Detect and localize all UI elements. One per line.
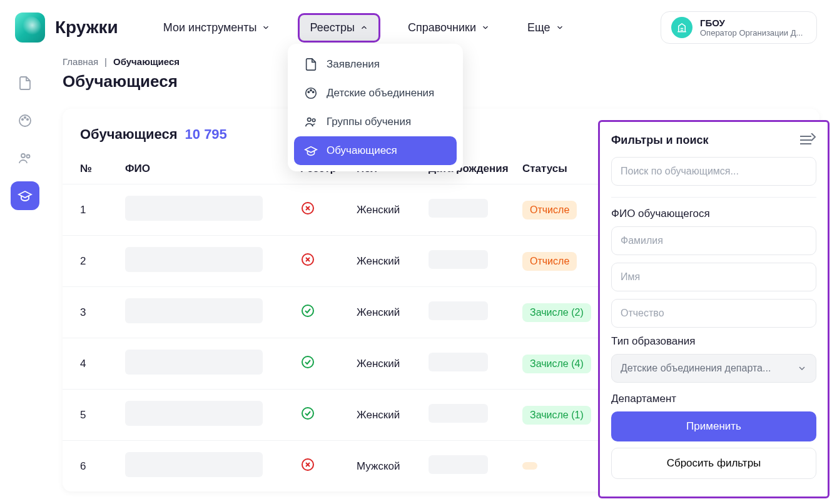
dropdown-applications-label: Заявления — [327, 58, 380, 71]
chevron-down-icon — [261, 23, 270, 32]
nav-registries-label: Реестры — [310, 21, 354, 34]
breadcrumb-home[interactable]: Главная — [63, 56, 98, 67]
check-circle-icon — [300, 303, 315, 318]
sidebar-students[interactable] — [11, 181, 39, 210]
name-input[interactable] — [611, 263, 816, 291]
cell-gender: Мужской — [350, 441, 422, 492]
cell-dob — [422, 338, 516, 390]
cell-fio — [119, 441, 294, 492]
app-logo — [15, 13, 45, 43]
dropdown-groups-label: Группы обучения — [327, 116, 411, 128]
dropdown-clubs[interactable]: Детские объединения — [294, 79, 457, 108]
cell-registry — [294, 184, 350, 236]
chevron-down-icon — [481, 23, 490, 32]
cell-registry — [294, 441, 350, 492]
users-icon — [18, 151, 33, 166]
nav-more[interactable]: Еще — [517, 15, 574, 41]
cell-num: 5 — [63, 390, 119, 441]
palette-icon — [18, 113, 33, 128]
surname-input[interactable] — [611, 226, 816, 255]
svg-point-2 — [310, 89, 312, 91]
document-icon — [304, 58, 318, 71]
x-circle-icon — [300, 201, 315, 216]
graduation-icon — [18, 188, 33, 203]
cell-dob — [422, 236, 516, 287]
cell-num: 4 — [63, 338, 119, 390]
dropdown-groups[interactable]: Группы обучения — [294, 108, 457, 136]
chevron-up-icon — [360, 23, 368, 32]
cell-registry — [294, 236, 350, 287]
svg-point-3 — [313, 91, 314, 93]
cell-num: 3 — [63, 287, 119, 338]
user-text: ГБОУ Оператор Организации Д... — [700, 18, 803, 38]
building-icon — [671, 17, 692, 38]
cell-gender: Женский — [350, 287, 422, 338]
main-nav: Мои инструменты Реестры Справочники Еще — [153, 13, 574, 43]
reset-button[interactable]: Сбросить фильтры — [611, 448, 816, 479]
cell-dob — [422, 184, 516, 236]
cell-gender: Женский — [350, 338, 422, 390]
svg-point-10 — [21, 154, 25, 158]
cell-num: 2 — [63, 236, 119, 287]
nav-directories[interactable]: Справочники — [398, 15, 500, 41]
edu-type-label: Тип образования — [611, 335, 816, 348]
cell-registry — [294, 390, 350, 441]
edu-type-select[interactable]: Детские объединения департа... — [611, 354, 816, 383]
cell-fio — [119, 236, 294, 287]
svg-point-7 — [22, 119, 23, 120]
sidebar — [9, 69, 41, 210]
x-circle-icon — [300, 252, 315, 267]
breadcrumb-current: Обучающиеся — [113, 56, 180, 67]
apply-button[interactable]: Применить — [611, 411, 816, 441]
cell-fio — [119, 287, 294, 338]
card-title: Обучающиеся — [80, 126, 178, 143]
check-circle-icon — [300, 355, 315, 370]
chevron-down-icon — [797, 363, 807, 373]
chevron-down-icon — [556, 23, 564, 32]
cell-fio — [119, 390, 294, 441]
svg-point-20 — [302, 408, 313, 419]
cell-registry — [294, 287, 350, 338]
dropdown-students[interactable]: Обучающиеся — [294, 136, 457, 165]
cell-gender: Женский — [350, 236, 422, 287]
sidebar-clubs[interactable] — [11, 106, 39, 135]
user-role: Оператор Организации Д... — [700, 28, 803, 38]
user-profile[interactable]: ГБОУ Оператор Организации Д... — [661, 11, 817, 44]
cell-dob — [422, 390, 516, 441]
svg-point-8 — [24, 117, 26, 118]
svg-point-9 — [27, 119, 28, 120]
col-fio: ФИО — [119, 154, 294, 184]
cell-gender: Женский — [350, 184, 422, 236]
cell-fio — [119, 338, 294, 390]
nav-directories-label: Справочники — [408, 21, 476, 34]
svg-point-4 — [308, 118, 312, 122]
cell-num: 1 — [63, 184, 119, 236]
breadcrumb-separator: | — [104, 56, 107, 67]
dropdown-applications[interactable]: Заявления — [294, 50, 457, 79]
cell-gender: Женский — [350, 390, 422, 441]
users-icon — [304, 115, 318, 129]
sidebar-groups[interactable] — [11, 144, 39, 173]
filters-title: Фильтры и поиск — [611, 134, 709, 147]
divider — [611, 197, 816, 198]
nav-registries[interactable]: Реестры — [298, 13, 380, 43]
svg-point-19 — [302, 356, 313, 368]
cell-dob — [422, 441, 516, 492]
svg-point-5 — [312, 119, 315, 122]
nav-my-tools[interactable]: Мои инструменты — [153, 15, 281, 41]
sidebar-applications[interactable] — [11, 69, 39, 98]
cell-fio — [119, 184, 294, 236]
svg-point-11 — [27, 155, 30, 158]
fio-label: ФИО обучающегося — [611, 208, 816, 220]
col-num: № — [63, 154, 119, 184]
dept-label: Департамент — [611, 393, 816, 405]
graduation-icon — [304, 144, 318, 158]
patronymic-input[interactable] — [611, 299, 816, 328]
cell-dob — [422, 287, 516, 338]
dropdown-students-label: Обучающиеся — [327, 144, 397, 157]
filters-panel: Фильтры и поиск ФИО обучающегося Тип обр… — [598, 120, 829, 498]
collapse-icon[interactable] — [799, 133, 816, 147]
x-circle-icon — [300, 457, 315, 472]
check-circle-icon — [300, 406, 315, 421]
search-input[interactable] — [611, 157, 816, 186]
